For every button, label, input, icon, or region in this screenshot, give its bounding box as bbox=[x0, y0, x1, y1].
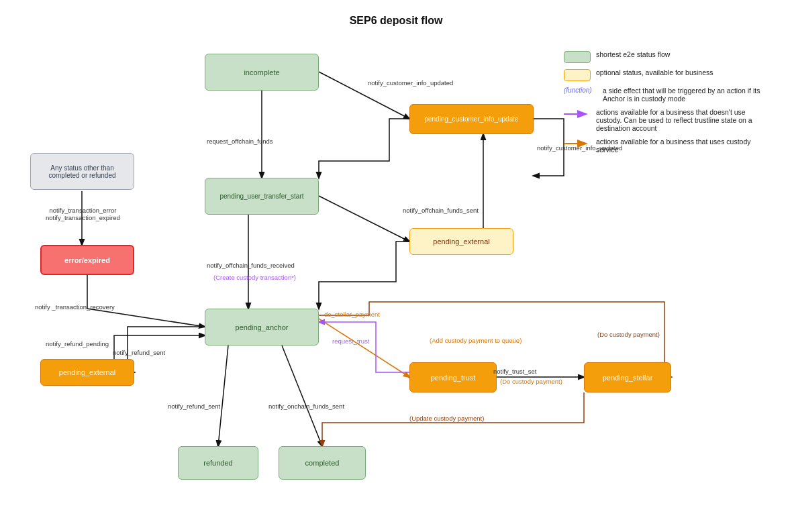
label-notify-trust-set: notify_trust_set bbox=[493, 368, 536, 375]
legend-item-green: shortest e2e status flow bbox=[564, 50, 772, 63]
legend-text-purple: actions available for a business that do… bbox=[596, 108, 772, 132]
label-do-custody-payment-left: (Do custody payment) bbox=[500, 378, 562, 385]
legend-item-yellow: optional status, available for business bbox=[564, 68, 772, 81]
label-add-custody-payment: (Add custody payment to queue) bbox=[430, 337, 522, 344]
node-incomplete: incomplete bbox=[205, 54, 319, 91]
label-do-custody-payment-right: (Do custody payment) bbox=[597, 331, 660, 338]
svg-line-6 bbox=[282, 345, 322, 446]
label-notify-refund-sent-bottom: notify_refund_sent bbox=[168, 403, 220, 410]
label-notify-refund-sent-left: notify_refund_sent bbox=[113, 349, 165, 356]
node-pending-user-transfer-start: pending_user_transfer_start bbox=[205, 178, 319, 215]
node-error-expired: error/expired bbox=[40, 245, 134, 275]
label-notify-offchain-funds-received: notify_offchain_funds_received bbox=[207, 262, 295, 269]
label-notify-onchain-funds-sent: notify_onchain_funds_sent bbox=[268, 403, 344, 410]
label-notify-offchain-funds-sent: notify_offchain_funds_sent bbox=[403, 207, 479, 214]
node-pending-external-left: pending_external bbox=[40, 359, 134, 386]
legend-swatch-green bbox=[564, 51, 591, 63]
legend-swatch-yellow bbox=[564, 69, 591, 81]
legend-arrow-purple bbox=[564, 108, 591, 120]
legend-text-yellow: optional status, available for business bbox=[596, 68, 713, 76]
legend-item-function: (function) a side effect that will be tr… bbox=[564, 87, 772, 103]
node-any-status: Any status other than completed or refun… bbox=[30, 153, 134, 190]
node-pending-trust: pending_trust bbox=[409, 362, 497, 392]
legend-text-function: a side effect that will be triggered by … bbox=[603, 87, 772, 103]
legend-function-label: (function) bbox=[564, 87, 597, 94]
page-title: SEP6 deposit flow bbox=[350, 15, 443, 27]
diagram-container: SEP6 deposit flow bbox=[0, 0, 792, 532]
label-do-stellar-payment: do_stellar_payment bbox=[324, 311, 380, 318]
label-create-custody-transaction: (Create custody transaction*) bbox=[213, 274, 296, 281]
legend-item-orange: actions available for a business that us… bbox=[564, 138, 772, 154]
svg-line-2 bbox=[319, 196, 409, 242]
legend-text-orange: actions available for a business that us… bbox=[596, 138, 772, 154]
node-pending-anchor: pending_anchor bbox=[205, 309, 319, 345]
svg-line-7 bbox=[319, 319, 409, 377]
node-completed: completed bbox=[279, 446, 366, 480]
legend-arrow-orange bbox=[564, 138, 591, 150]
label-notify-transaction-error: notify_transaction_errornotify_transacti… bbox=[46, 207, 120, 221]
legend-item-purple: actions available for a business that do… bbox=[564, 108, 772, 132]
node-pending-customer-info-update: pending_customer_info_update bbox=[409, 104, 534, 134]
label-request-offchain-funds: request_offchain_funds bbox=[207, 138, 273, 145]
legend-text-green: shortest e2e status flow bbox=[596, 50, 670, 58]
label-notify-refund-pending: notify_refund_pending bbox=[46, 340, 109, 348]
node-refunded: refunded bbox=[178, 446, 258, 480]
label-request-trust: request_trust bbox=[332, 337, 369, 345]
legend: shortest e2e status flow optional status… bbox=[564, 50, 772, 159]
label-notify-customer-info-updated-top: notify_customer_info_updated bbox=[368, 79, 453, 87]
svg-line-5 bbox=[218, 345, 228, 446]
label-update-custody-payment: (Update custody payment) bbox=[409, 415, 484, 422]
label-notify-transaction-recovery: notify _transaction_recovery bbox=[35, 303, 115, 311]
node-pending-stellar: pending_stellar bbox=[584, 362, 671, 392]
node-pending-external-top: pending_external bbox=[409, 228, 513, 255]
